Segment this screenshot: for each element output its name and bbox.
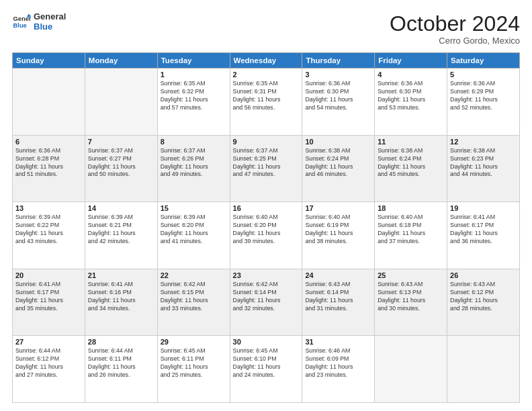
calendar-day-cell: 21Sunrise: 6:41 AMSunset: 6:16 PMDayligh… (85, 269, 157, 336)
calendar-day-cell: 2Sunrise: 6:35 AMSunset: 6:31 PMDaylight… (230, 68, 302, 136)
calendar-day-cell: 11Sunrise: 6:38 AMSunset: 6:24 PMDayligh… (375, 135, 447, 202)
day-info: Sunrise: 6:40 AMSunset: 6:18 PMDaylight:… (378, 214, 444, 246)
day-info: Sunrise: 6:36 AMSunset: 6:30 PMDaylight:… (305, 80, 371, 112)
day-info: Sunrise: 6:36 AMSunset: 6:30 PMDaylight:… (378, 80, 444, 112)
calendar-day-cell: 27Sunrise: 6:44 AMSunset: 6:12 PMDayligh… (13, 336, 85, 403)
day-info: Sunrise: 6:42 AMSunset: 6:14 PMDaylight:… (233, 281, 300, 313)
header-day-wednesday: Wednesday (230, 53, 302, 68)
day-number: 9 (233, 138, 300, 146)
calendar-week-row: 6Sunrise: 6:36 AMSunset: 6:28 PMDaylight… (13, 135, 520, 202)
header-day-saturday: Saturday (447, 53, 520, 68)
logo-icon: General Blue (12, 13, 31, 32)
location: Cerro Gordo, Mexico (390, 36, 520, 46)
day-info: Sunrise: 6:35 AMSunset: 6:32 PMDaylight:… (161, 80, 227, 112)
day-number: 22 (161, 271, 227, 279)
calendar-day-cell (447, 336, 520, 403)
calendar-day-cell: 30Sunrise: 6:45 AMSunset: 6:10 PMDayligh… (230, 336, 302, 403)
logo: General Blue General Blue (12, 12, 66, 32)
calendar-day-cell (85, 68, 157, 136)
day-number: 8 (161, 138, 227, 146)
day-number: 4 (378, 71, 444, 79)
header-day-sunday: Sunday (13, 53, 85, 68)
calendar-day-cell: 28Sunrise: 6:44 AMSunset: 6:11 PMDayligh… (85, 336, 157, 403)
day-number: 14 (88, 204, 154, 212)
day-info: Sunrise: 6:38 AMSunset: 6:24 PMDaylight:… (378, 147, 444, 179)
day-number: 18 (378, 204, 444, 212)
calendar-day-cell: 24Sunrise: 6:43 AMSunset: 6:14 PMDayligh… (302, 269, 375, 336)
day-info: Sunrise: 6:46 AMSunset: 6:09 PMDaylight:… (305, 347, 371, 379)
day-number: 23 (233, 271, 300, 279)
day-number: 28 (88, 338, 154, 346)
day-number: 31 (305, 338, 371, 346)
calendar-week-row: 20Sunrise: 6:41 AMSunset: 6:17 PMDayligh… (13, 269, 520, 336)
calendar-header-row: SundayMondayTuesdayWednesdayThursdayFrid… (13, 53, 520, 68)
day-number: 7 (88, 138, 154, 146)
calendar-day-cell: 1Sunrise: 6:35 AMSunset: 6:32 PMDaylight… (157, 68, 230, 136)
day-info: Sunrise: 6:41 AMSunset: 6:16 PMDaylight:… (88, 281, 154, 313)
day-info: Sunrise: 6:35 AMSunset: 6:31 PMDaylight:… (233, 80, 300, 112)
day-info: Sunrise: 6:37 AMSunset: 6:25 PMDaylight:… (233, 147, 300, 179)
day-number: 17 (305, 204, 371, 212)
day-info: Sunrise: 6:38 AMSunset: 6:23 PMDaylight:… (450, 147, 517, 179)
day-number: 12 (450, 138, 517, 146)
logo-line1: General (34, 12, 66, 22)
day-number: 30 (233, 338, 300, 346)
day-number: 21 (88, 271, 154, 279)
calendar-day-cell: 26Sunrise: 6:43 AMSunset: 6:12 PMDayligh… (447, 269, 520, 336)
day-number: 2 (233, 71, 300, 79)
calendar-day-cell: 3Sunrise: 6:36 AMSunset: 6:30 PMDaylight… (302, 68, 375, 136)
calendar-week-row: 13Sunrise: 6:39 AMSunset: 6:22 PMDayligh… (13, 202, 520, 269)
day-number: 25 (378, 271, 444, 279)
day-number: 24 (305, 271, 371, 279)
day-info: Sunrise: 6:41 AMSunset: 6:17 PMDaylight:… (15, 281, 82, 313)
calendar-day-cell: 9Sunrise: 6:37 AMSunset: 6:25 PMDaylight… (230, 135, 302, 202)
day-number: 13 (15, 204, 82, 212)
day-info: Sunrise: 6:43 AMSunset: 6:14 PMDaylight:… (305, 281, 371, 313)
day-number: 26 (450, 271, 517, 279)
header-day-tuesday: Tuesday (157, 53, 230, 68)
calendar-day-cell: 4Sunrise: 6:36 AMSunset: 6:30 PMDaylight… (375, 68, 447, 136)
header: General Blue General Blue October 2024 C… (12, 12, 520, 46)
calendar: SundayMondayTuesdayWednesdayThursdayFrid… (12, 52, 520, 403)
day-info: Sunrise: 6:44 AMSunset: 6:12 PMDaylight:… (15, 347, 82, 379)
calendar-day-cell: 6Sunrise: 6:36 AMSunset: 6:28 PMDaylight… (13, 135, 85, 202)
calendar-week-row: 27Sunrise: 6:44 AMSunset: 6:12 PMDayligh… (13, 336, 520, 403)
calendar-day-cell: 25Sunrise: 6:43 AMSunset: 6:13 PMDayligh… (375, 269, 447, 336)
day-number: 29 (161, 338, 227, 346)
calendar-day-cell: 31Sunrise: 6:46 AMSunset: 6:09 PMDayligh… (302, 336, 375, 403)
day-info: Sunrise: 6:39 AMSunset: 6:21 PMDaylight:… (88, 214, 154, 246)
calendar-day-cell: 17Sunrise: 6:40 AMSunset: 6:19 PMDayligh… (302, 202, 375, 269)
day-info: Sunrise: 6:37 AMSunset: 6:27 PMDaylight:… (88, 147, 154, 179)
day-info: Sunrise: 6:45 AMSunset: 6:11 PMDaylight:… (161, 347, 227, 379)
day-info: Sunrise: 6:42 AMSunset: 6:15 PMDaylight:… (161, 281, 227, 313)
day-info: Sunrise: 6:39 AMSunset: 6:22 PMDaylight:… (15, 214, 82, 246)
day-number: 27 (15, 338, 82, 346)
month-title: October 2024 (390, 12, 520, 36)
calendar-day-cell: 18Sunrise: 6:40 AMSunset: 6:18 PMDayligh… (375, 202, 447, 269)
calendar-day-cell: 14Sunrise: 6:39 AMSunset: 6:21 PMDayligh… (85, 202, 157, 269)
calendar-day-cell: 20Sunrise: 6:41 AMSunset: 6:17 PMDayligh… (13, 269, 85, 336)
calendar-day-cell: 23Sunrise: 6:42 AMSunset: 6:14 PMDayligh… (230, 269, 302, 336)
day-info: Sunrise: 6:43 AMSunset: 6:12 PMDaylight:… (450, 281, 517, 313)
day-info: Sunrise: 6:37 AMSunset: 6:26 PMDaylight:… (161, 147, 227, 179)
day-info: Sunrise: 6:45 AMSunset: 6:10 PMDaylight:… (233, 347, 300, 379)
calendar-day-cell (13, 68, 85, 136)
day-number: 6 (15, 138, 82, 146)
day-info: Sunrise: 6:36 AMSunset: 6:29 PMDaylight:… (450, 80, 517, 112)
day-number: 11 (378, 138, 444, 146)
header-day-thursday: Thursday (302, 53, 375, 68)
header-day-friday: Friday (375, 53, 447, 68)
day-number: 19 (450, 204, 517, 212)
calendar-day-cell: 13Sunrise: 6:39 AMSunset: 6:22 PMDayligh… (13, 202, 85, 269)
day-info: Sunrise: 6:39 AMSunset: 6:20 PMDaylight:… (161, 214, 227, 246)
day-number: 16 (233, 204, 300, 212)
day-info: Sunrise: 6:38 AMSunset: 6:24 PMDaylight:… (305, 147, 371, 179)
calendar-week-row: 1Sunrise: 6:35 AMSunset: 6:32 PMDaylight… (13, 68, 520, 136)
calendar-day-cell: 8Sunrise: 6:37 AMSunset: 6:26 PMDaylight… (157, 135, 230, 202)
calendar-day-cell: 10Sunrise: 6:38 AMSunset: 6:24 PMDayligh… (302, 135, 375, 202)
calendar-day-cell: 12Sunrise: 6:38 AMSunset: 6:23 PMDayligh… (447, 135, 520, 202)
calendar-day-cell: 29Sunrise: 6:45 AMSunset: 6:11 PMDayligh… (157, 336, 230, 403)
day-info: Sunrise: 6:41 AMSunset: 6:17 PMDaylight:… (450, 214, 517, 246)
calendar-day-cell: 5Sunrise: 6:36 AMSunset: 6:29 PMDaylight… (447, 68, 520, 136)
day-info: Sunrise: 6:44 AMSunset: 6:11 PMDaylight:… (88, 347, 154, 379)
